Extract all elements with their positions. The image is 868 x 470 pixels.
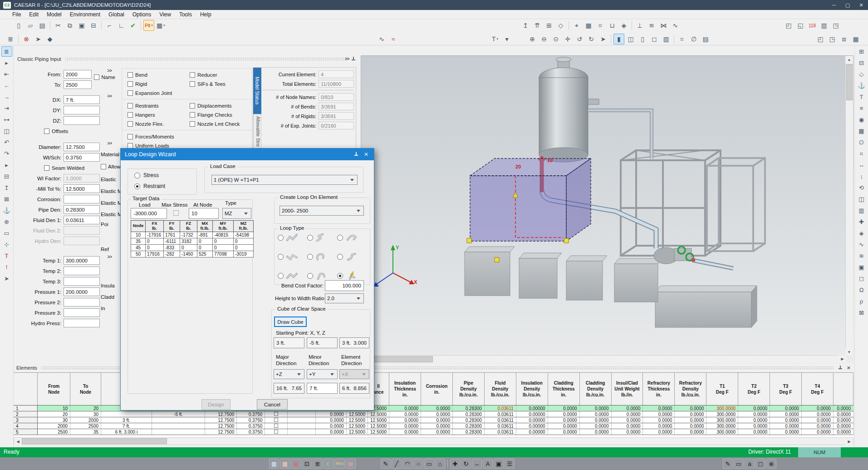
- elements-cell[interactable]: 12.5000: [346, 429, 368, 435]
- name-checkbox[interactable]: [94, 74, 99, 80]
- elements-header-12[interactable]: InsulationThicknessin.: [389, 373, 421, 406]
- delta-dy-input[interactable]: [64, 106, 100, 114]
- row-checkbox[interactable]: [274, 418, 278, 422]
- section-field-5-input[interactable]: [64, 195, 100, 203]
- menu-options[interactable]: Options: [128, 11, 155, 18]
- elements-cell[interactable]: 0.3750: [237, 423, 265, 429]
- input-list-icon[interactable]: ≣: [5, 34, 16, 45]
- elements-cell[interactable]: 0.0000: [675, 411, 706, 417]
- valve-flange-db-icon[interactable]: ◈: [618, 20, 629, 31]
- loop-type-option-8[interactable]: [307, 271, 337, 280]
- elements-cell[interactable]: 0.00000: [516, 423, 548, 429]
- window-layout-icon[interactable]: ◰: [783, 20, 794, 31]
- elements-cell[interactable]: 0.0000: [643, 417, 675, 423]
- loop-type-radio-7[interactable]: [278, 273, 284, 279]
- elements-cell[interactable]: 0.0000: [548, 406, 579, 411]
- density-display-icon[interactable]: ρ: [856, 296, 867, 307]
- element-dim-input[interactable]: 6 ft.8.856: [339, 383, 369, 394]
- stress-radio-row[interactable]: Stress: [134, 172, 159, 178]
- elements-header-0[interactable]: [14, 373, 38, 406]
- elements-cell[interactable]: 0.0000: [421, 429, 453, 435]
- section-field-0-input[interactable]: 12.7500: [64, 143, 100, 151]
- elements-cell[interactable]: 12.7500: [205, 423, 237, 429]
- distance-icon[interactable]: ⇈: [532, 20, 543, 31]
- menu-environment[interactable]: Environment: [66, 11, 104, 18]
- elements-cell[interactable]: 12.7500: [205, 417, 237, 423]
- elements-cell[interactable]: 12.5000: [368, 411, 389, 417]
- print-icon[interactable]: ⊟: [88, 20, 99, 31]
- displacements-checkbox[interactable]: [190, 103, 195, 109]
- to-input[interactable]: 2500: [64, 80, 92, 89]
- dimension-icon[interactable]: ↔: [472, 459, 482, 469]
- loop-type-radio-1[interactable]: [278, 235, 284, 241]
- 3d-model-viewport[interactable]: 20 10 Y X Z ▲ ▼ ◀ ▶: [361, 55, 853, 363]
- elements-cell[interactable]: 0.28300: [452, 411, 484, 417]
- elements-cell[interactable]: 0.0000: [579, 406, 611, 411]
- elements-header-21[interactable]: RefractoryDensitylb./cu.in.: [675, 373, 706, 406]
- elements-cell[interactable]: 0.00000: [516, 429, 548, 435]
- restraint-loads-table[interactable]: NodeFXlb.FYlb.FZlb.MXft.lb.MYft.lb.MZft.…: [131, 220, 254, 257]
- units-display-icon[interactable]: Ω: [856, 285, 867, 295]
- elements-cell[interactable]: 0.0000: [315, 429, 346, 435]
- elements-cell[interactable]: 0.0000: [389, 406, 421, 411]
- menu-edit[interactable]: Edit: [25, 11, 43, 18]
- elements-horizontal-scrollbar[interactable]: ◀ ▶: [14, 437, 853, 445]
- elements-header-14[interactable]: PipeDensitylb./cu.in.: [452, 373, 484, 406]
- elements-cell[interactable]: [265, 423, 288, 429]
- code-compliance-icon[interactable]: 118: [807, 20, 818, 31]
- expansion-display-icon[interactable]: ↔: [856, 160, 867, 170]
- elements-pin-icon[interactable]: [838, 365, 843, 371]
- viewport-vertical-scrollbar[interactable]: ▲ ▼: [845, 56, 853, 356]
- elements-cell[interactable]: 0.0000: [801, 423, 833, 429]
- diameters-display-icon[interactable]: ▦: [856, 126, 867, 136]
- window-icon[interactable]: ▭: [1, 228, 12, 238]
- new-file-icon[interactable]: ▯: [13, 20, 24, 31]
- zoom-extents-icon[interactable]: ⊙: [550, 34, 561, 45]
- density-icon[interactable]: Rho: [334, 459, 345, 469]
- elements-cell[interactable]: [265, 417, 288, 423]
- restraint-radio[interactable]: [134, 183, 140, 189]
- expand-icon[interactable]: ▸: [1, 58, 12, 68]
- flange-checks-checkbox[interactable]: [190, 112, 195, 118]
- section-field-3-input[interactable]: 1.0000: [64, 174, 100, 183]
- orbit-left-icon[interactable]: ↺: [574, 34, 585, 45]
- viewport-grid-icon[interactable]: ▦: [850, 34, 861, 45]
- restraint-radio-row[interactable]: Restraint: [134, 183, 165, 189]
- elements-cell[interactable]: 0.0000: [770, 411, 802, 417]
- elements-cell[interactable]: 0.0000: [770, 423, 802, 429]
- elements-header-16[interactable]: InsulationDensitylb./cu.in.: [516, 373, 548, 406]
- elements-cell[interactable]: [288, 411, 316, 417]
- elements-cell[interactable]: 0.0000: [421, 417, 453, 423]
- render-mode-icon[interactable]: ▦▾: [155, 20, 167, 31]
- cut-icon[interactable]: ✂: [53, 20, 64, 31]
- expansion-joint-db-icon[interactable]: ⟂: [634, 20, 645, 31]
- delete-element-icon[interactable]: ⊠: [1, 194, 12, 204]
- panel-drag-texture[interactable]: [65, 57, 347, 61]
- shaded-view-icon[interactable]: ▥: [856, 205, 867, 216]
- sifs-tees-checkbox[interactable]: [190, 81, 195, 87]
- viewport-frame-icon[interactable]: ⧈: [839, 34, 849, 45]
- delta-dx-input[interactable]: 7 ft.: [64, 95, 100, 104]
- elements-cell[interactable]: 0.0000: [675, 429, 706, 435]
- background-icon[interactable]: ◻: [856, 273, 867, 284]
- elements-header-13[interactable]: Corrosionin.: [421, 373, 453, 406]
- open-file-icon[interactable]: ▱: [25, 20, 36, 31]
- units-icon[interactable]: ⌗: [595, 20, 606, 31]
- section-field-2-checkbox[interactable]: [44, 165, 49, 171]
- elements-cell[interactable]: [101, 411, 152, 417]
- elements-cell[interactable]: [288, 423, 316, 429]
- loop-type-option-5[interactable]: [307, 252, 337, 261]
- rotate-icon[interactable]: ↻: [461, 459, 471, 469]
- operating-field-4-input[interactable]: [64, 298, 100, 307]
- elements-cell[interactable]: [265, 429, 288, 435]
- elements-cell[interactable]: 0.0000: [738, 411, 770, 417]
- elements-cell[interactable]: 0.0000: [548, 411, 579, 417]
- forces-display-icon[interactable]: ↕: [856, 171, 867, 182]
- dynamic-input-icon[interactable]: ∿: [376, 34, 387, 45]
- nozzle-lmt-check-checkbox[interactable]: [190, 121, 195, 127]
- elements-cell[interactable]: 0.0000: [833, 417, 853, 423]
- elements-cell[interactable]: 0.03611: [484, 417, 516, 423]
- elements-cell[interactable]: -5 ft.: [152, 411, 205, 417]
- row-checkbox[interactable]: [274, 412, 278, 416]
- allowable-stress-tab[interactable]: Allowable Stre: [253, 114, 261, 149]
